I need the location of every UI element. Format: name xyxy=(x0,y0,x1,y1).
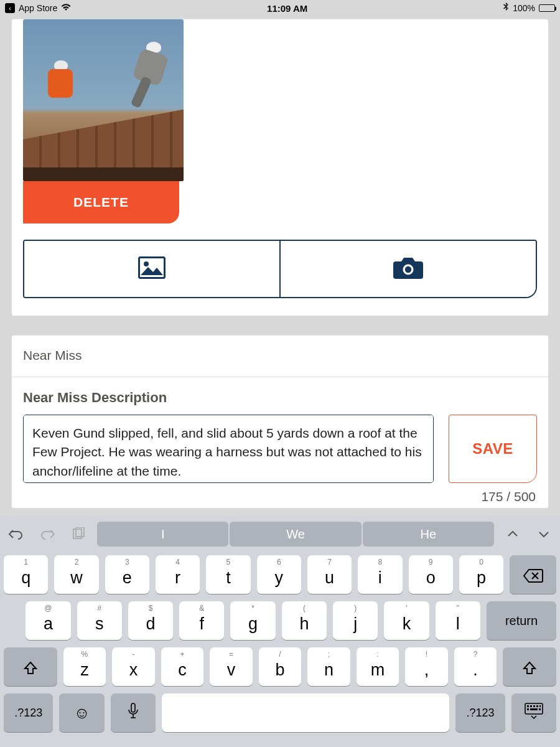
choose-from-library-button[interactable] xyxy=(24,241,279,297)
key-d[interactable]: $d xyxy=(128,601,173,640)
key-shift-right[interactable] xyxy=(503,647,556,686)
key-k[interactable]: 'k xyxy=(384,601,429,640)
key-b[interactable]: /b xyxy=(259,647,302,686)
key-t[interactable]: 5t xyxy=(206,555,250,594)
key-p[interactable]: 0p xyxy=(459,555,503,594)
key-period[interactable]: ?. xyxy=(454,647,497,686)
status-bar: ‹ App Store 11:09 AM 100% xyxy=(0,0,560,16)
keyboard-up-icon[interactable] xyxy=(500,522,525,547)
suggestion-2[interactable]: We xyxy=(230,522,361,547)
key-o[interactable]: 9o xyxy=(409,555,453,594)
key-l[interactable]: "l xyxy=(436,601,480,640)
take-photo-button[interactable] xyxy=(279,241,536,297)
back-to-appstore-icon[interactable]: ‹ xyxy=(5,3,15,13)
svg-rect-11 xyxy=(536,705,538,707)
svg-rect-14 xyxy=(530,708,538,710)
key-z[interactable]: %z xyxy=(63,647,106,686)
keyboard-down-icon[interactable] xyxy=(531,522,556,547)
near-miss-section: Near Miss Near Miss Description SAVE 175… xyxy=(11,335,549,509)
key-n[interactable]: ;n xyxy=(307,647,350,686)
svg-rect-8 xyxy=(527,705,529,707)
keyboard-row-4: .?123 ☺ .?123 xyxy=(4,693,556,732)
bluetooth-icon xyxy=(503,2,509,14)
svg-rect-12 xyxy=(539,705,541,707)
key-s[interactable]: #s xyxy=(77,601,122,640)
key-symbols-right[interactable]: .?123 xyxy=(455,693,505,732)
svg-rect-6 xyxy=(131,703,135,712)
mic-icon xyxy=(128,703,139,723)
undo-button[interactable] xyxy=(4,522,29,547)
svg-rect-15 xyxy=(539,708,541,710)
key-backspace[interactable] xyxy=(510,555,556,594)
character-counter: 175 / 500 xyxy=(23,483,537,504)
key-y[interactable]: 6y xyxy=(257,555,301,594)
near-miss-description-input[interactable] xyxy=(23,415,434,483)
key-u[interactable]: 7u xyxy=(307,555,352,594)
incident-photo[interactable] xyxy=(23,19,184,181)
key-dictation[interactable] xyxy=(111,693,156,732)
near-miss-title: Near Miss xyxy=(12,336,548,377)
wifi-icon xyxy=(61,3,71,13)
image-icon xyxy=(138,256,166,281)
keyboard-row-3: %z -x +c =v /b ;n :m !, ?. xyxy=(4,647,556,686)
key-h[interactable]: (h xyxy=(282,601,327,640)
status-app-label: App Store xyxy=(19,3,57,13)
key-c[interactable]: +c xyxy=(161,647,204,686)
delete-photo-button[interactable]: DELETE xyxy=(23,181,179,223)
camera-icon xyxy=(392,255,424,283)
key-i[interactable]: 8i xyxy=(358,555,402,594)
photo-section: DELETE xyxy=(11,19,549,316)
key-return[interactable]: return xyxy=(487,601,556,640)
keyboard-row-1: 1q 2w 3e 4r 5t 6y 7u 8i 9o 0p xyxy=(4,555,556,594)
svg-rect-10 xyxy=(533,705,535,707)
key-f[interactable]: &f xyxy=(179,601,224,640)
key-q[interactable]: 1q xyxy=(4,555,48,594)
key-emoji[interactable]: ☺ xyxy=(59,693,104,732)
svg-rect-9 xyxy=(530,705,532,707)
svg-rect-13 xyxy=(527,708,529,710)
key-r[interactable]: 4r xyxy=(156,555,200,594)
key-e[interactable]: 3e xyxy=(105,555,149,594)
keyboard-icon xyxy=(525,703,543,723)
key-space[interactable] xyxy=(162,693,449,732)
key-g[interactable]: *g xyxy=(230,601,275,640)
battery-percentage: 100% xyxy=(513,3,535,13)
battery-icon xyxy=(539,4,555,12)
key-w[interactable]: 2w xyxy=(54,555,98,594)
save-button[interactable]: SAVE xyxy=(449,415,537,483)
key-x[interactable]: -x xyxy=(112,647,155,686)
onscreen-keyboard: I We He 1q 2w 3e 4r 5t 6y 7u 8i 9o 0p @a… xyxy=(0,517,560,747)
status-time: 11:09 AM xyxy=(267,3,307,14)
keyboard-row-2: @a #s $d &f *g (h )j 'k "l return xyxy=(4,601,556,640)
svg-point-1 xyxy=(144,261,149,266)
clipboard-button[interactable] xyxy=(66,522,91,547)
emoji-icon: ☺ xyxy=(73,703,90,723)
svg-point-3 xyxy=(405,266,411,273)
key-v[interactable]: =v xyxy=(210,647,253,686)
key-shift-left[interactable] xyxy=(4,647,57,686)
key-a[interactable]: @a xyxy=(26,601,70,640)
suggestion-bar: I We He xyxy=(97,522,494,547)
near-miss-description-label: Near Miss Description xyxy=(23,390,537,406)
suggestion-1[interactable]: I xyxy=(97,522,228,547)
key-j[interactable]: )j xyxy=(333,601,378,640)
media-picker-row xyxy=(23,240,537,298)
key-m[interactable]: :m xyxy=(357,647,399,686)
redo-button[interactable] xyxy=(35,522,60,547)
suggestion-3[interactable]: He xyxy=(363,522,494,547)
key-symbols-left[interactable]: .?123 xyxy=(4,693,53,732)
key-comma[interactable]: !, xyxy=(405,647,448,686)
key-hide-keyboard[interactable] xyxy=(511,693,556,732)
